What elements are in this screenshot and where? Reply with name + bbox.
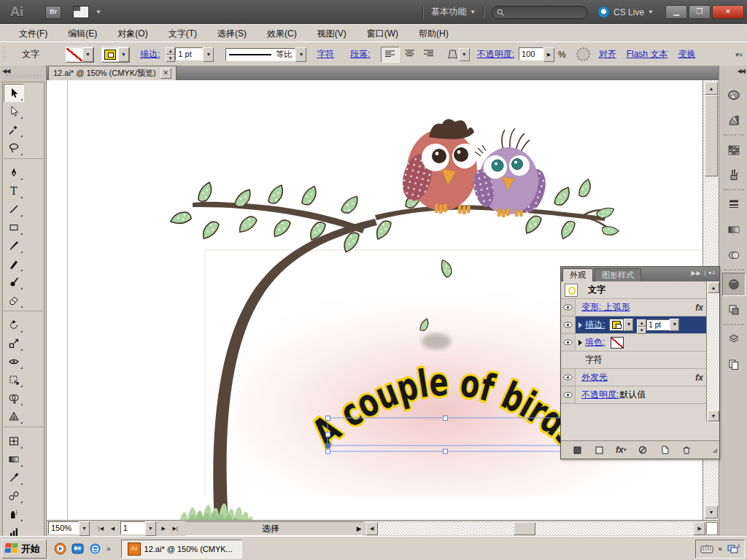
media-player-icon[interactable] (54, 542, 66, 555)
menu-item-7[interactable]: 窗口(W) (357, 26, 409, 42)
stroke-weight-field[interactable]: 1 pt (175, 47, 203, 61)
horizontal-scrollbar[interactable] (378, 522, 694, 535)
scroll-up-button[interactable]: ▲ (705, 82, 718, 95)
eraser-tool[interactable] (4, 291, 24, 309)
first-artboard-button[interactable]: |◀ (96, 524, 107, 534)
next-artboard-button[interactable]: ▶ (158, 524, 169, 534)
appearance-row-3[interactable]: 填色: (561, 334, 719, 351)
chevron-right-icon[interactable]: ▶ (543, 47, 554, 62)
scale-tool[interactable] (4, 334, 24, 352)
panel-button-brushes[interactable] (722, 163, 746, 187)
chevron-down-icon[interactable]: ▼ (624, 319, 633, 331)
appearance-row-2[interactable]: 描边:▼▲▼1 pt▼ (561, 316, 719, 334)
tab-close-button[interactable]: ✕ (160, 68, 171, 79)
fill-color-control[interactable]: ▼ (66, 47, 94, 63)
clear-appearance-icon[interactable] (637, 445, 649, 455)
delete-item-icon[interactable] (681, 445, 692, 455)
restore-button[interactable]: ❐ (689, 5, 711, 19)
internet-explorer-icon[interactable] (89, 542, 101, 555)
appearance-item-link[interactable]: 变形: 上弧形 (581, 301, 630, 314)
rotate-tool[interactable] (4, 316, 24, 334)
panel-button-color-guide[interactable] (722, 109, 746, 132)
appearance-row-0[interactable]: 文字 (561, 281, 719, 299)
stroke-color-control[interactable]: ▼ (101, 47, 130, 63)
status-menu-icon[interactable]: ▶ (357, 525, 362, 532)
free-transform-tool[interactable] (4, 370, 24, 389)
recolor-artwork-icon[interactable] (576, 47, 590, 61)
collapse-panel-icon[interactable]: ◀◀ (2, 68, 9, 74)
previous-artboard-button[interactable]: ◀ (107, 524, 118, 534)
panel-button-stroke[interactable] (722, 192, 746, 216)
menu-item-2[interactable]: 对象(O) (107, 26, 158, 42)
flash-text-link[interactable]: Flash 文本 (627, 48, 668, 61)
resize-grip[interactable]: ◢ (713, 447, 717, 454)
pen-tool[interactable] (4, 163, 24, 182)
quick-launch-overflow-icon[interactable]: » (107, 545, 111, 553)
magic-wand-tool[interactable] (4, 120, 24, 139)
stroke-weight-control[interactable]: ▲▼ 1 pt ▼ (166, 47, 214, 62)
shape-builder-tool[interactable] (4, 389, 24, 407)
new-art-basic-appearance-icon[interactable] (571, 445, 583, 455)
appearance-row-1[interactable]: 变形: 上弧形fx (561, 299, 719, 316)
panel-menu-icon[interactable]: ▾≡ (735, 51, 743, 58)
blend-tool[interactable] (4, 486, 24, 505)
perspective-grid-tool[interactable] (4, 407, 24, 425)
panel-button-color[interactable] (722, 83, 746, 106)
transform-link[interactable]: 变换 (678, 48, 695, 61)
mesh-tool[interactable] (4, 432, 24, 450)
chevron-down-icon[interactable]: ▼ (295, 47, 306, 62)
rectangle-tool[interactable] (4, 218, 24, 236)
scroll-down-button[interactable]: ▼ (705, 505, 718, 518)
zoom-level[interactable]: 150% (48, 521, 79, 534)
task-button-illustrator[interactable]: Ai 12.ai* @ 150% (CMYK... (121, 540, 242, 559)
symbol-sprayer-tool[interactable] (4, 505, 24, 523)
visibility-eye-icon[interactable] (561, 369, 576, 386)
search-input[interactable] (507, 7, 576, 18)
panel-button-graphic-styles[interactable] (722, 298, 746, 322)
keyboard-tray-icon[interactable] (700, 544, 713, 553)
add-effect-icon[interactable]: fx▾ (615, 445, 627, 455)
zoom-control[interactable]: 150% ▼ (48, 521, 90, 536)
align-center-button[interactable] (401, 47, 419, 61)
panel-grip[interactable] (2, 47, 6, 63)
appearance-row-5[interactable]: 外发光fx (561, 369, 719, 386)
menu-item-0[interactable]: 文件(F) (9, 26, 58, 42)
appearance-item-link[interactable]: 填色: (585, 336, 605, 349)
reduce-to-basic-appearance-icon[interactable] (593, 445, 605, 455)
stroke-color-swatch[interactable] (609, 319, 624, 331)
gradient-tool[interactable] (4, 450, 24, 468)
scroll-right-button[interactable]: ▶ (694, 522, 705, 535)
tab-graphic-styles[interactable]: 图形样式 (595, 268, 641, 281)
fill-none-swatch[interactable] (611, 337, 624, 349)
chevron-down-icon[interactable]: ▼ (82, 47, 93, 62)
visibility-eye-icon[interactable] (561, 316, 576, 333)
panel-menu-icon[interactable]: ▾≡ (708, 270, 716, 276)
menu-item-8[interactable]: 帮助(H) (409, 26, 459, 42)
tray-collapse-icon[interactable]: « (718, 545, 722, 553)
drag-dots[interactable] (4, 74, 41, 78)
artboard-navigation[interactable]: 1 ▼ (120, 521, 156, 536)
panel-button-appearance[interactable] (722, 273, 746, 296)
arrange-documents-button[interactable]: ▼ (73, 6, 101, 18)
tab-appearance[interactable]: 外观 (562, 268, 593, 281)
opacity-link[interactable]: 不透明度: (477, 48, 514, 61)
bridge-button[interactable]: Br (45, 6, 61, 19)
close-button[interactable]: ✕ (712, 5, 744, 19)
search-box[interactable] (492, 6, 588, 19)
menu-item-4[interactable]: 选择(S) (207, 26, 257, 42)
appearance-row-6[interactable]: 不透明度:默认值 (561, 386, 719, 404)
cs-live-menu[interactable]: CS Live (614, 7, 644, 18)
paintbrush-tool[interactable] (4, 236, 24, 254)
expand-triangle-icon[interactable] (578, 340, 582, 346)
lasso-tool[interactable] (4, 139, 24, 157)
opacity-control[interactable]: 100 ▶ (519, 47, 554, 62)
expand-triangle-icon[interactable] (578, 322, 582, 328)
chevron-down-icon[interactable]: ▼ (459, 48, 470, 61)
appearance-item-link[interactable]: 外发光 (581, 371, 608, 384)
stroke-weight-spinner[interactable]: ▲▼ (166, 47, 175, 61)
minimize-button[interactable]: ▁ (665, 5, 687, 19)
direct-selection-tool[interactable] (4, 102, 24, 120)
width-tool[interactable] (4, 352, 24, 370)
appearance-scrollbar[interactable]: ▲ ▼ (706, 281, 719, 422)
blob-brush-tool[interactable] (4, 273, 24, 291)
